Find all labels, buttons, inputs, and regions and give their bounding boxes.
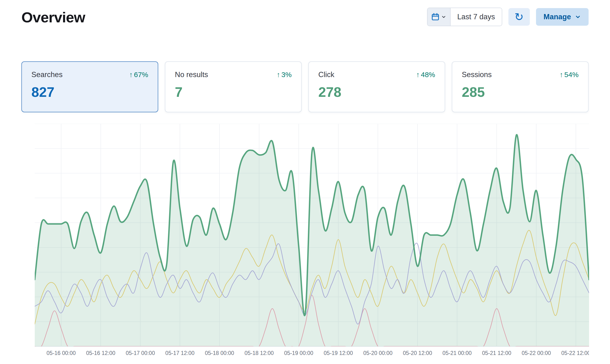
stat-card-searches[interactable]: Searches ↑ 67% 827 [21,61,158,112]
date-range-control: Last 7 days [427,8,502,26]
stat-label: Sessions [462,70,492,79]
x-axis-label: 05-21 12:00 [482,350,511,356]
trend-percent: 54% [564,71,579,79]
stat-label: Searches [31,70,63,79]
refresh-button[interactable]: ↻ [508,8,530,26]
date-range-button[interactable]: Last 7 days [451,8,502,26]
date-quick-select-button[interactable] [428,8,451,26]
calendar-icon [431,13,440,21]
stat-value: 285 [462,85,579,99]
chart-svg: 05-16 00:0005-16 12:0005-17 00:0005-17 1… [35,124,589,357]
toolbar-controls: Last 7 days ↻ Manage [427,8,589,26]
stat-trend: ↑ 54% [559,71,579,79]
x-axis-label: 05-17 12:00 [165,350,195,356]
x-axis-label: 05-22 00:00 [522,350,551,356]
stat-card-click[interactable]: Click ↑ 48% 278 [308,61,445,112]
stats-row: Searches ↑ 67% 827 No results ↑ 3% 7 Cli… [21,61,589,112]
overview-page: Overview Last 7 da [0,0,610,357]
x-axis-label: 05-18 12:00 [245,350,274,356]
trend-percent: 48% [421,71,435,79]
trend-up-icon: ↑ [129,71,133,79]
refresh-icon: ↻ [514,12,524,22]
top-bar: Overview Last 7 da [21,5,589,26]
x-axis-label: 05-21 00:00 [442,350,472,356]
stat-trend: ↑ 67% [129,71,148,79]
chevron-down-icon [441,14,446,20]
x-axis-labels: 05-16 00:0005-16 12:0005-17 00:0005-17 1… [47,350,589,356]
x-axis-label: 05-18 00:00 [205,350,234,356]
stat-card-sessions[interactable]: Sessions ↑ 54% 285 [452,61,589,112]
x-axis-label: 05-16 12:00 [86,350,115,356]
x-axis-label: 05-19 12:00 [324,350,353,356]
stat-value: 7 [175,85,292,99]
stat-value: 827 [31,85,148,99]
searches-green-area [35,135,589,346]
trend-up-icon: ↑ [277,71,280,79]
page-title: Overview [21,9,85,26]
x-axis-label: 05-16 00:00 [47,350,76,356]
trend-percent: 3% [281,71,292,79]
stat-label: Click [318,70,334,79]
trend-up-icon: ↑ [416,71,420,79]
stat-trend: ↑ 3% [277,71,292,79]
manage-button-label: Manage [544,13,571,21]
stat-value: 278 [318,85,435,99]
x-axis-label: 05-19 00:00 [284,350,313,356]
stat-trend: ↑ 48% [416,71,435,79]
stat-card-no-results[interactable]: No results ↑ 3% 7 [165,61,302,112]
analytics-chart: 05-16 00:0005-16 12:0005-17 00:0005-17 1… [35,124,589,357]
chevron-down-icon [575,14,581,20]
stat-label: No results [175,70,208,79]
x-axis-label: 05-20 12:00 [403,350,432,356]
manage-button[interactable]: Manage [536,8,589,26]
x-axis-label: 05-20 00:00 [363,350,392,356]
x-axis-label: 05-17 00:00 [126,350,155,356]
x-axis-label: 05-22 12:00 [561,350,589,356]
trend-percent: 67% [134,71,148,79]
trend-up-icon: ↑ [559,71,563,79]
